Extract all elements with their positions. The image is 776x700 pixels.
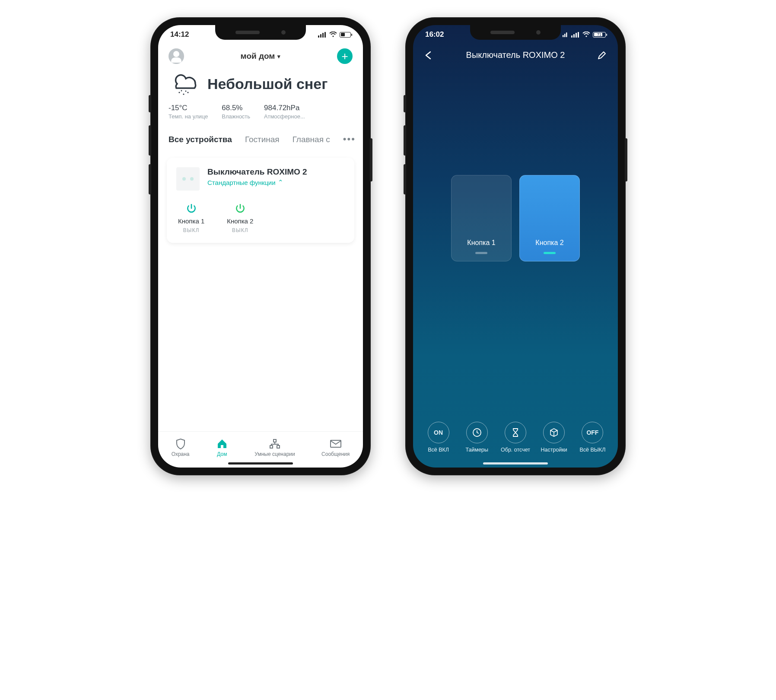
svg-rect-18 (573, 34, 575, 38)
control-all-off[interactable]: OFF Всё ВЫКЛ (573, 422, 612, 453)
cube-icon (543, 422, 565, 443)
back-button[interactable] (423, 51, 436, 60)
battery-icon: 71 (593, 32, 606, 38)
off-text-icon: OFF (582, 422, 603, 443)
device-header: Выключатель ROXIMO 2 (413, 44, 618, 63)
svg-rect-2 (322, 33, 324, 38)
weather-stat-pressure: 984.72hPa Атмосферное... (264, 104, 305, 120)
room-tabs: Все устройства Гостиная Главная с ••• (158, 122, 363, 145)
phone-frame-left: 14:12 мой дом ▾ + Небольшой снег (150, 17, 371, 475)
notch (215, 25, 306, 40)
phone-frame-right: 16:02 71 Выключатель ROXIMO 2 Кнопка 1 (405, 17, 626, 475)
app-header: мой дом ▾ + (158, 44, 363, 67)
signal-small-icon (563, 32, 569, 37)
svg-rect-3 (324, 32, 326, 38)
room-tab-more[interactable]: ••• (343, 134, 356, 145)
nav-home[interactable]: Дом (216, 438, 228, 457)
home-indicator[interactable] (483, 462, 548, 465)
svg-rect-15 (564, 34, 566, 37)
device-title: Выключатель ROXIMO 2 (436, 50, 595, 60)
svg-rect-14 (563, 35, 564, 37)
snow-cloud-icon (169, 71, 199, 97)
signal-icon (571, 32, 580, 38)
battery-icon (340, 32, 351, 38)
svg-rect-17 (571, 35, 572, 38)
device-thumbnail-icon (176, 167, 200, 191)
status-time: 16:02 (425, 30, 444, 39)
profile-icon[interactable] (169, 48, 184, 64)
hourglass-icon (505, 422, 526, 443)
on-text-icon: ON (428, 422, 449, 443)
svg-rect-11 (270, 445, 273, 448)
switch-card-2[interactable]: Кнопка 2 (519, 175, 580, 261)
device-button-1[interactable]: Кнопка 1 ВЫКЛ (178, 203, 204, 233)
svg-point-8 (181, 90, 182, 92)
nav-security[interactable]: Охрана (172, 438, 190, 457)
add-button[interactable]: + (337, 48, 353, 64)
weather-stat-humidity: 68.5% Влажность (222, 104, 250, 120)
status-icons: 71 (563, 32, 606, 38)
plus-icon: + (341, 50, 348, 63)
power-icon (185, 203, 197, 215)
svg-point-5 (178, 92, 180, 93)
chevron-up-icon: ⌃ (278, 178, 283, 186)
control-settings[interactable]: Настройки (535, 422, 573, 453)
svg-point-7 (187, 92, 188, 93)
svg-point-21 (585, 35, 587, 37)
room-tab-all[interactable]: Все устройства (169, 135, 232, 144)
svg-point-9 (185, 91, 187, 92)
svg-point-4 (332, 35, 334, 37)
device-functions-toggle[interactable]: Стандартные функции ⌃ (207, 178, 307, 186)
home-indicator[interactable] (228, 462, 293, 465)
wifi-icon (582, 32, 590, 38)
notch (470, 25, 561, 40)
device-name: Выключатель ROXIMO 2 (207, 167, 307, 177)
home-selector[interactable]: мой дом ▾ (241, 51, 281, 61)
status-time: 14:12 (170, 30, 189, 39)
svg-rect-1 (320, 34, 321, 38)
svg-rect-19 (576, 33, 577, 38)
weather-stat-temp: -15°C Темп. на улице (169, 104, 208, 120)
svg-rect-12 (277, 445, 280, 448)
svg-rect-20 (578, 32, 579, 38)
wifi-icon (329, 32, 337, 38)
switch-led-icon (544, 252, 556, 254)
power-icon (234, 203, 246, 215)
home-selector-label: мой дом (241, 51, 275, 61)
status-icons (318, 32, 351, 38)
clock-icon (466, 422, 488, 443)
chevron-down-icon: ▾ (277, 53, 280, 60)
control-all-on[interactable]: ON Всё ВКЛ (419, 422, 458, 453)
switch-led-icon (475, 252, 487, 254)
nav-scenes[interactable]: Умные сценарии (254, 438, 295, 457)
switch-card-1[interactable]: Кнопка 1 (451, 175, 512, 261)
svg-rect-10 (274, 439, 276, 442)
scenes-icon (269, 438, 281, 449)
edit-button[interactable] (595, 51, 608, 60)
room-tab-living[interactable]: Гостиная (245, 135, 280, 144)
switch-row: Кнопка 1 Кнопка 2 (413, 175, 618, 261)
home-icon (216, 438, 228, 449)
svg-rect-16 (566, 32, 567, 37)
room-tab-main[interactable]: Главная с (293, 135, 330, 144)
control-bar: ON Всё ВКЛ Таймеры Обр. отсчет Настройки… (413, 416, 618, 468)
device-card[interactable]: Выключатель ROXIMO 2 Стандартные функции… (167, 158, 354, 243)
control-timers[interactable]: Таймеры (458, 422, 496, 453)
signal-icon (318, 32, 327, 38)
mail-icon (330, 438, 342, 449)
weather-block: Небольшой снег -15°C Темп. на улице 68.5… (158, 67, 363, 122)
nav-messages[interactable]: Сообщения (321, 438, 350, 457)
control-countdown[interactable]: Обр. отсчет (496, 422, 534, 453)
weather-description: Небольшой снег (207, 76, 328, 92)
svg-rect-0 (318, 35, 319, 38)
shield-icon (175, 438, 187, 449)
svg-point-6 (183, 93, 184, 95)
device-button-2[interactable]: Кнопка 2 ВЫКЛ (227, 203, 253, 233)
